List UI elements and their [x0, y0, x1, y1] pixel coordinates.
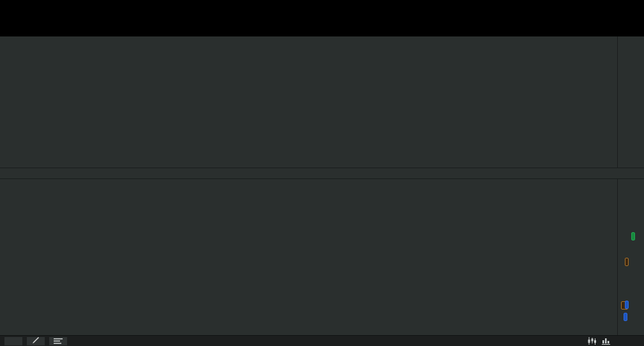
- trading-app-window: [0, 0, 644, 346]
- top-banner: [0, 0, 644, 36]
- close-volume-button[interactable]: [631, 181, 637, 187]
- main-price-chart[interactable]: [0, 36, 617, 168]
- rsi-panel-chart[interactable]: [0, 238, 617, 299]
- bottom-toolbar: [0, 335, 644, 346]
- close-macd-button[interactable]: [631, 320, 637, 327]
- toolbar-right-group: [587, 336, 644, 346]
- indicators-button[interactable]: [49, 337, 67, 345]
- draw-button[interactable]: [27, 337, 45, 345]
- bar-chart-icon[interactable]: [602, 336, 611, 346]
- close-rsi-button[interactable]: [631, 244, 637, 250]
- macd-panel-chart[interactable]: [0, 313, 617, 335]
- volume-last-badge: [631, 232, 635, 240]
- candlestick-chart-icon[interactable]: [587, 336, 597, 346]
- close-adx-button[interactable]: [632, 301, 639, 308]
- pencil-icon: [32, 337, 40, 345]
- time-axis[interactable]: [0, 168, 644, 179]
- rsi-value-label: [625, 258, 629, 266]
- macd-value-label: [624, 313, 627, 321]
- list-icon: [54, 338, 63, 345]
- info-button[interactable]: [4, 337, 22, 345]
- adx-panel-chart[interactable]: [0, 299, 617, 313]
- volume-panel-chart[interactable]: [0, 178, 617, 238]
- adx-value-label: [625, 301, 629, 309]
